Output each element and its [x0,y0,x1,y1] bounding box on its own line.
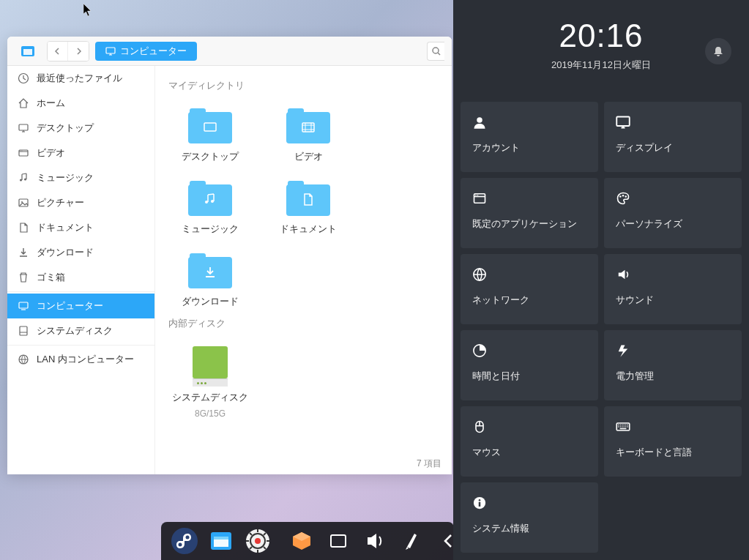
disk-icon [193,346,228,386]
disk-capacity: 8G/15G [195,408,226,419]
folder-grid: デスクトップビデオミュージックドキュメントダウンロード [163,102,444,314]
folder-label: ドキュメント [280,223,337,236]
sidebar-item-music[interactable]: ミュージック [7,165,154,190]
sidebar-item-picture[interactable]: ピクチャー [7,190,154,215]
settings-grid: アカウントディスプレイ既定のアプリケーションパーソナライズネットワークサウンド時… [453,99,749,560]
tile-label: 既定のアプリケーション [472,217,586,231]
folder-label: ミュージック [182,223,239,236]
svg-point-37 [625,195,627,198]
tile-label: サウンド [616,294,730,307]
settings-tile-keyboard[interactable]: キーボードと言語 [604,406,742,477]
settings-tile-user[interactable]: アカウント [461,102,598,172]
notifications-button[interactable] [705,38,731,64]
section-title: 内部ディスク [168,317,439,330]
sidebar-item-label: デスクトップ [37,122,94,135]
location-pill[interactable]: コンピューター [95,42,197,61]
tile-label: 電力管理 [616,370,730,383]
music-icon [18,172,29,184]
disk-icon [18,325,29,337]
keyboard-icon [616,419,632,436]
disk-item[interactable]: システムディスク8G/15G [163,340,258,425]
sidebar-separator [7,291,154,292]
sidebar-item-label: LAN 内コンピューター [37,353,134,366]
folder-item[interactable]: ビデオ [261,102,356,169]
dock-fedora-launcher[interactable] [170,526,199,556]
dock-settings[interactable] [243,526,272,556]
sidebar-item-download[interactable]: ダウンロード [7,240,154,265]
settings-tile-window[interactable]: 既定のアプリケーション [461,178,598,248]
folder-item[interactable]: ダウンロード [163,247,258,314]
folder-icon [286,108,330,143]
clock-icon [18,72,29,84]
settings-tile-globe[interactable]: ネットワーク [461,254,598,324]
folder-label: ビデオ [294,151,323,163]
file-manager-toolbar: コンピューター [7,37,452,66]
nav-buttons [47,41,89,61]
folder-icon [286,181,330,216]
svg-point-10 [24,179,26,181]
section-title: マイディレクトリ [168,79,439,92]
svg-point-43 [479,499,481,501]
info-icon [472,496,488,512]
mouse-icon [472,419,488,436]
settings-tile-battery[interactable]: 電力管理 [604,330,742,400]
tile-label: キーボードと言語 [616,446,730,459]
sidebar-item-desktop[interactable]: デスクトップ [7,116,154,141]
user-icon [472,115,488,131]
sidebar-item-document[interactable]: ドキュメント [7,215,154,240]
folder-label: デスクトップ [182,151,239,163]
folder-item[interactable]: デスクトップ [163,102,258,169]
settings-tile-mouse[interactable]: マウス [461,406,598,477]
folder-icon [188,181,232,216]
sidebar-item-computer[interactable]: コンピューター [7,294,154,318]
sidebar-item-label: ゴミ箱 [37,271,65,284]
dock-volume[interactable] [360,526,390,556]
settings-tile-sound[interactable]: サウンド [604,254,742,324]
tile-label: マウス [472,446,586,459]
svg-rect-2 [106,48,115,53]
battery-icon [616,343,632,359]
dock-app-store[interactable] [287,526,316,556]
document-icon [18,222,29,234]
mouse-cursor [83,4,94,17]
svg-point-18 [205,201,208,204]
dock-theme[interactable] [397,526,426,556]
dock-file-manager[interactable] [206,526,236,556]
folder-label: ダウンロード [182,296,239,308]
sidebar-item-label: システムディスク [37,324,113,337]
sidebar-item-disk[interactable]: システムディスク [7,318,154,343]
settings-tile-palette[interactable]: パーソナライズ [604,178,742,248]
sound-icon [616,267,632,283]
nav-forward-button[interactable] [68,42,89,61]
file-manager-app-icon[interactable] [15,41,41,61]
svg-point-9 [20,179,22,182]
svg-point-19 [211,200,214,203]
sidebar-item-trash[interactable]: ゴミ箱 [7,265,154,290]
svg-point-34 [477,195,479,196]
picture-icon [18,197,29,209]
sidebar-item-label: ダウンロード [37,246,94,259]
sidebar-item-clock[interactable]: 最近使ったファイル [7,66,154,91]
svg-rect-5 [19,124,28,130]
sidebar-item-label: ピクチャー [37,196,84,209]
sidebar-item-label: ドキュメント [37,221,94,234]
folder-item[interactable]: ミュージック [163,175,258,242]
folder-item[interactable]: ドキュメント [261,175,356,242]
settings-tile-clock-pie[interactable]: 時間と日付 [461,330,598,400]
svg-point-30 [477,117,482,123]
sidebar-item-network[interactable]: LAN 内コンピューター [7,347,154,372]
dock-multitask[interactable] [324,526,353,556]
sidebar-item-home[interactable]: ホーム [7,91,154,116]
sidebar-item-label: 最近使ったファイル [37,72,122,85]
clock-pie-icon [472,343,488,359]
nav-back-button[interactable] [48,42,68,61]
settings-tile-monitor[interactable]: ディスプレイ [604,102,742,172]
svg-rect-44 [479,502,481,507]
settings-tile-info[interactable]: システム情報 [461,482,598,553]
clock-time: 20:16 [475,18,727,54]
panel-header: 20:16 2019年11月12日火曜日 [453,0,749,99]
file-manager-sidebar: 最近使ったファイルホームデスクトップビデオミュージックピクチャードキュメントダウ… [7,66,155,474]
tile-label: アカウント [472,141,586,154]
search-button[interactable] [427,42,444,61]
sidebar-item-video[interactable]: ビデオ [7,141,154,165]
